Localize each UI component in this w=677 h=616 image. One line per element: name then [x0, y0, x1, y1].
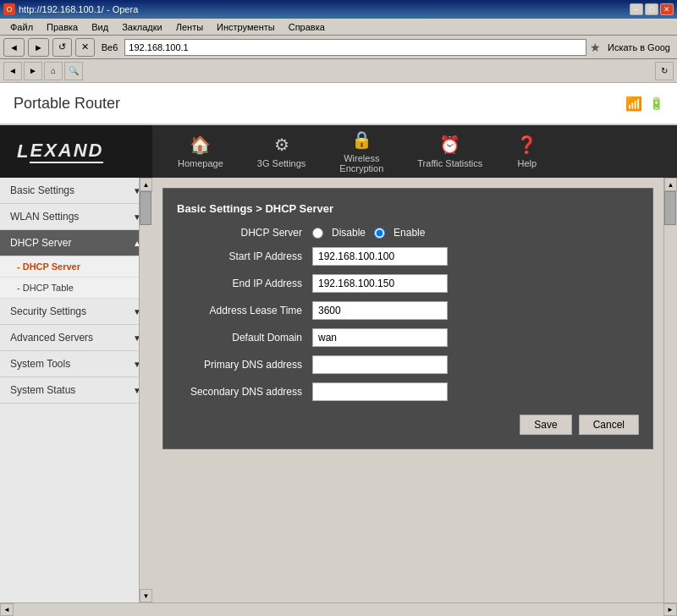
maximize-button[interactable]: □ — [645, 3, 658, 15]
dhcp-server-label: DHCP Server — [177, 227, 312, 239]
menu-tools[interactable]: Инструменты — [210, 20, 282, 34]
tab-label: Ве6 — [98, 42, 122, 52]
3g-settings-icon: ⚙ — [274, 135, 289, 155]
sub-dhcp-server-label: - DHCP Server — [17, 261, 80, 272]
sidebar-item-security-settings[interactable]: Security Settings ▼ — [0, 299, 151, 325]
disable-label: Disable — [332, 227, 366, 239]
primary-dns-input[interactable] — [312, 355, 448, 374]
sidebar-system-status-label: System Status — [10, 384, 75, 396]
nav-toolbar: ◄ ► ⌂ 🔍 ↻ — [0, 59, 677, 83]
address-bar: ◄ ► ↺ ✕ Ве6 ★ Искать в Goog — [0, 36, 677, 59]
secondary-dns-label: Secondary DNS address — [177, 386, 312, 398]
scroll-down-button[interactable]: ▼ — [140, 589, 152, 602]
horizontal-scrollbar[interactable]: ◄ ► — [0, 602, 677, 616]
main-scroll-track — [664, 191, 677, 602]
sidebar-subitem-dhcp-server[interactable]: - DHCP Server — [0, 256, 151, 278]
search-label: Искать в Goog — [604, 42, 674, 52]
homepage-icon: 🏠 — [190, 135, 211, 155]
toolbar-search[interactable]: 🔍 — [64, 62, 83, 80]
battery-icon: 🔋 — [649, 96, 663, 110]
toolbar-forward[interactable]: ► — [24, 62, 42, 80]
traffic-icon: ⏰ — [439, 135, 460, 155]
sidebar-advanced-label: Advanced Servers — [10, 332, 93, 344]
disable-radio[interactable] — [312, 228, 323, 239]
secondary-dns-row: Secondary DNS address — [177, 382, 639, 401]
menu-file[interactable]: Файл — [3, 20, 40, 34]
scroll-up-button[interactable]: ▲ — [140, 178, 152, 191]
enable-radio[interactable] — [374, 228, 385, 239]
antenna-icon: 📶 — [625, 96, 642, 112]
sidebar-basic-label: Basic Settings — [10, 184, 74, 196]
window-controls: – □ ✕ — [630, 3, 674, 15]
title-bar: O http://192.168.100.1/ - Opera – □ ✕ — [0, 0, 677, 19]
dhcp-radio-group: Disable Enable — [312, 227, 425, 239]
tab-help[interactable]: ❓ Help — [499, 131, 554, 172]
content-panel: Basic Settings > DHCP Server DHCP Server… — [162, 188, 653, 449]
sidebar-wlan-label: WLAN Settings — [10, 211, 79, 223]
secondary-dns-input[interactable] — [312, 382, 448, 401]
default-domain-row: Default Domain — [177, 328, 639, 347]
save-button[interactable]: Save — [520, 415, 571, 435]
menu-edit[interactable]: Правка — [40, 20, 85, 34]
tab-wireless-label: WirelessEncryption — [339, 153, 383, 173]
lease-time-row: Address Lease Time — [177, 301, 639, 320]
tab-3g-settings[interactable]: ⚙ 3G Settings — [240, 131, 322, 172]
main-scroll-up[interactable]: ▲ — [664, 178, 677, 191]
minimize-button[interactable]: – — [630, 3, 643, 15]
back-button[interactable]: ◄ — [3, 38, 25, 57]
scroll-thumb[interactable] — [140, 191, 151, 225]
sidebar-item-system-tools[interactable]: System Tools ▼ — [0, 351, 151, 377]
menu-bookmarks[interactable]: Закладки — [115, 20, 169, 34]
hscroll-right[interactable]: ► — [663, 603, 677, 616]
menu-bar: Файл Правка Вид Закладки Ленты Инструмен… — [0, 19, 677, 36]
menu-help[interactable]: Справка — [282, 20, 332, 34]
main-scrollbar[interactable]: ▲ ▼ — [663, 178, 677, 616]
bookmark-star[interactable]: ★ — [590, 41, 601, 54]
wireless-icon: 🔒 — [351, 129, 372, 150]
default-domain-input[interactable] — [312, 328, 448, 347]
toolbar-home[interactable]: ⌂ — [44, 62, 63, 80]
tab-help-label: Help — [518, 158, 537, 168]
primary-dns-row: Primary DNS address — [177, 355, 639, 374]
window-title: http://192.168.100.1/ - Opera — [19, 4, 138, 14]
forward-button[interactable]: ► — [28, 38, 49, 57]
dhcp-server-row: DHCP Server Disable Enable — [177, 227, 639, 239]
cancel-button[interactable]: Cancel — [579, 415, 639, 435]
sidebar-item-dhcp-server[interactable]: DHCP Server ▲ — [0, 230, 151, 256]
opera-icon: O — [3, 3, 15, 15]
sidebar-dhcp-label: DHCP Server — [10, 237, 71, 249]
stop-button[interactable]: ✕ — [75, 38, 95, 57]
tab-traffic-label: Traffic Statistics — [417, 158, 482, 168]
end-ip-input[interactable] — [312, 274, 448, 293]
toolbar-extra[interactable]: ↻ — [655, 62, 674, 80]
default-domain-label: Default Domain — [177, 332, 312, 344]
url-input[interactable] — [124, 39, 586, 56]
title-bar-text: O http://192.168.100.1/ - Opera — [3, 3, 630, 15]
lease-time-input[interactable] — [312, 301, 448, 320]
tab-traffic[interactable]: ⏰ Traffic Statistics — [400, 131, 499, 172]
start-ip-row: Start IP Address — [177, 247, 639, 266]
menu-view[interactable]: Вид — [85, 20, 115, 34]
start-ip-input[interactable] — [312, 247, 448, 266]
tab-wireless[interactable]: 🔒 WirelessEncryption — [322, 126, 400, 177]
sidebar-item-basic-settings[interactable]: Basic Settings ▼ — [0, 178, 151, 204]
toolbar-back[interactable]: ◄ — [3, 62, 22, 80]
sidebar-scrollbar[interactable]: ▲ ▼ — [139, 178, 152, 602]
tab-homepage[interactable]: 🏠 Homepage — [161, 131, 240, 172]
end-ip-row: End IP Address — [177, 274, 639, 293]
main-content: Basic Settings > DHCP Server DHCP Server… — [152, 178, 663, 616]
sidebar-security-label: Security Settings — [10, 305, 86, 317]
sidebar-subitem-dhcp-table[interactable]: - DHCP Table — [0, 278, 151, 299]
sidebar-item-advanced-servers[interactable]: Advanced Servers ▼ — [0, 325, 151, 351]
hscroll-left[interactable]: ◄ — [0, 603, 14, 616]
menu-feeds[interactable]: Ленты — [169, 20, 210, 34]
sidebar-item-system-status[interactable]: System Status ▼ — [0, 377, 151, 404]
end-ip-label: End IP Address — [177, 278, 312, 289]
hscroll-track — [14, 603, 663, 616]
main-scroll-thumb[interactable] — [664, 191, 676, 225]
sidebar-item-wlan-settings[interactable]: WLAN Settings ▼ — [0, 204, 151, 230]
reload-button[interactable]: ↺ — [52, 38, 72, 57]
sidebar: Basic Settings ▼ WLAN Settings ▼ DHCP Se… — [0, 178, 152, 616]
start-ip-label: Start IP Address — [177, 250, 312, 262]
close-button[interactable]: ✕ — [660, 3, 674, 15]
